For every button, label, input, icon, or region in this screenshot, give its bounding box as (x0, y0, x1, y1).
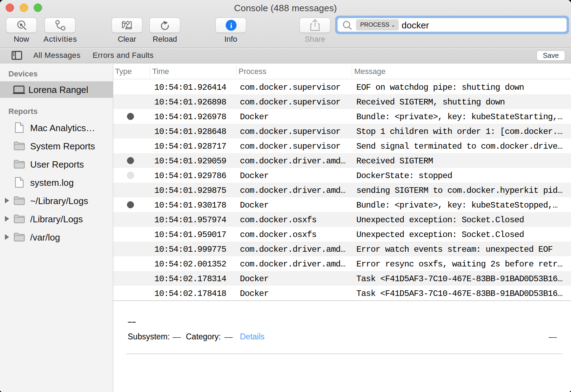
svg-text:i: i (230, 21, 232, 30)
